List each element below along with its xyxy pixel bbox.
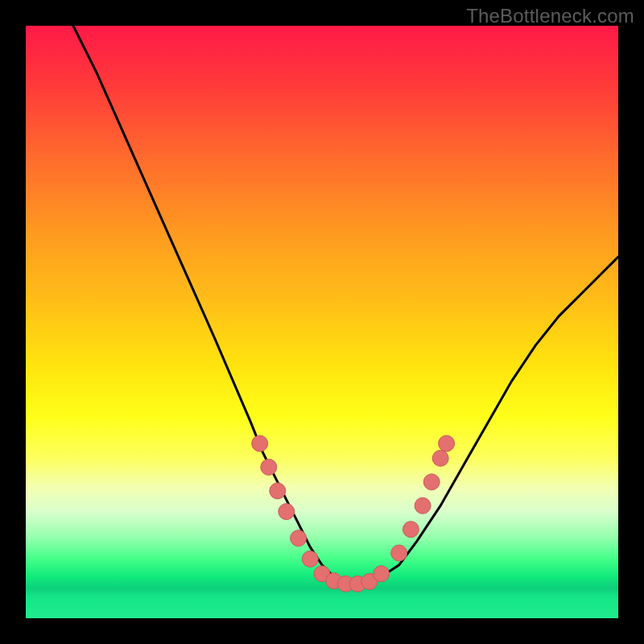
curve-marker: [402, 522, 419, 538]
curve-marker: [302, 551, 318, 567]
plot-area: [26, 26, 618, 618]
curve-marker: [391, 545, 407, 561]
watermark-label: TheBottleneck.com: [466, 5, 634, 27]
curve-marker: [252, 436, 268, 452]
curve-marker: [291, 530, 307, 547]
curve-marker: [432, 450, 448, 466]
curve-marker: [423, 474, 440, 490]
bottleneck-curve: [73, 26, 618, 583]
curve-marker: [270, 483, 286, 499]
curve-marker: [374, 566, 390, 582]
curve-marker: [261, 459, 277, 475]
curve-markers: [252, 436, 455, 592]
curve-svg: [26, 26, 618, 618]
curve-marker: [279, 504, 295, 520]
curve-marker: [415, 497, 431, 514]
curve-marker: [439, 436, 455, 452]
chart-frame: TheBottleneck.com: [0, 0, 644, 644]
